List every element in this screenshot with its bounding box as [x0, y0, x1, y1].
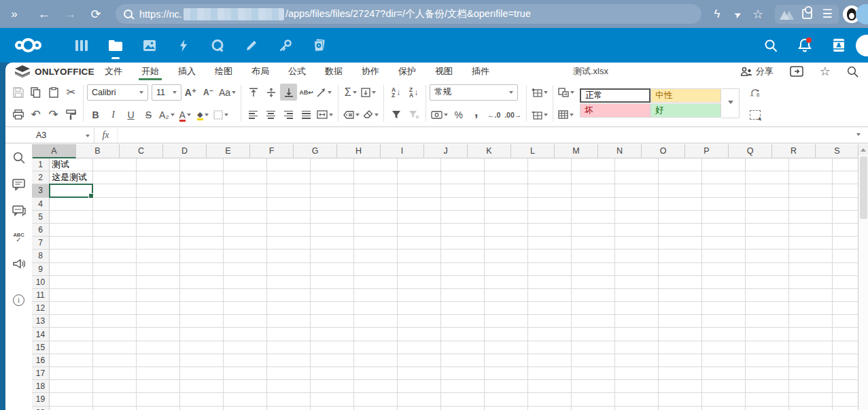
- format-painter-button[interactable]: [63, 106, 80, 123]
- cell-S19[interactable]: [833, 393, 858, 406]
- cell-C19[interactable]: [137, 393, 180, 406]
- forward-button[interactable]: →: [60, 5, 80, 24]
- cell-Q20[interactable]: [746, 407, 789, 410]
- cell-G11[interactable]: [311, 289, 354, 302]
- column-header-H[interactable]: H: [337, 144, 381, 158]
- cell-L7[interactable]: [528, 237, 572, 250]
- cell-P12[interactable]: [702, 302, 746, 315]
- cell-K8[interactable]: [485, 250, 528, 262]
- cell-D16[interactable]: [180, 354, 224, 367]
- tab-insert[interactable]: 插入: [169, 63, 205, 80]
- cell-D19[interactable]: [180, 393, 224, 406]
- cell-E12[interactable]: [224, 302, 267, 315]
- cell-I14[interactable]: [398, 328, 441, 341]
- cell-N14[interactable]: [615, 328, 659, 341]
- cell-O2[interactable]: [659, 171, 702, 184]
- cell-C16[interactable]: [137, 354, 180, 367]
- cell-M18[interactable]: [572, 380, 615, 393]
- cell-F12[interactable]: [267, 302, 311, 315]
- cell-E8[interactable]: [224, 250, 267, 262]
- cell-K19[interactable]: [485, 393, 528, 406]
- cell-D2[interactable]: [180, 171, 224, 184]
- cell-N1[interactable]: [615, 158, 659, 171]
- cell-E2[interactable]: [224, 171, 267, 184]
- wrap-text-button[interactable]: AB↩: [298, 84, 315, 101]
- conditional-formatting-button[interactable]: [557, 84, 576, 101]
- row-header-8[interactable]: 8: [32, 250, 50, 262]
- cell-E4[interactable]: [224, 198, 267, 211]
- cell-L9[interactable]: [528, 263, 572, 276]
- cell-F3[interactable]: [267, 184, 311, 197]
- cell-K1[interactable]: [485, 158, 528, 171]
- cell-I13[interactable]: [398, 315, 441, 328]
- save-button[interactable]: [10, 84, 27, 101]
- increase-decimal-button[interactable]: .00→: [503, 106, 523, 123]
- cell-K17[interactable]: [485, 367, 528, 380]
- cell-R14[interactable]: [789, 328, 833, 341]
- cell-O6[interactable]: [659, 224, 702, 237]
- cell-F13[interactable]: [267, 315, 311, 328]
- spellcheck-icon[interactable]: ABC✓: [12, 230, 26, 244]
- cell-D1[interactable]: [180, 158, 224, 171]
- cell-Q2[interactable]: [746, 171, 789, 184]
- cell-A9[interactable]: [50, 263, 93, 276]
- cell-A4[interactable]: [50, 198, 93, 211]
- autosum-button[interactable]: Σ: [342, 84, 359, 101]
- cell-B8[interactable]: [93, 250, 137, 262]
- cell-style-normal[interactable]: 正常: [580, 88, 650, 103]
- increase-font-button[interactable]: A⁺: [182, 84, 199, 101]
- cell-H14[interactable]: [354, 328, 398, 341]
- nc-user-avatar[interactable]: [856, 35, 868, 56]
- cell-A10[interactable]: [50, 276, 93, 289]
- cell-A20[interactable]: [50, 407, 93, 410]
- cell-D8[interactable]: [180, 250, 224, 262]
- cell-B19[interactable]: [93, 393, 137, 406]
- cell-C3[interactable]: [137, 184, 180, 197]
- cell-M11[interactable]: [572, 289, 615, 302]
- cell-N4[interactable]: [615, 198, 659, 211]
- row-header-13[interactable]: 13: [32, 315, 50, 328]
- cell-C4[interactable]: [137, 198, 180, 211]
- cell-D13[interactable]: [180, 315, 224, 328]
- cell-S2[interactable]: [833, 171, 858, 184]
- filter-button[interactable]: [387, 106, 404, 123]
- cell-O4[interactable]: [659, 198, 702, 211]
- cell-R16[interactable]: [789, 354, 833, 367]
- cell-B5[interactable]: [93, 211, 137, 224]
- cell-C9[interactable]: [137, 263, 180, 276]
- orientation-button[interactable]: [315, 84, 333, 101]
- cell-A14[interactable]: [50, 328, 93, 341]
- cell-F16[interactable]: [267, 354, 311, 367]
- cell-style-bad[interactable]: 坏: [580, 103, 650, 118]
- onlyoffice-logo[interactable]: ONLYOFFICE: [15, 65, 95, 78]
- spreadsheet-grid[interactable]: ABCDEFGHIJKLMNOPQRS 1测试2这是测试345678910111…: [32, 144, 858, 410]
- cell-G14[interactable]: [311, 328, 354, 341]
- tab-home[interactable]: 开始: [132, 63, 169, 80]
- cell-E13[interactable]: [224, 315, 267, 328]
- cell-C5[interactable]: [137, 211, 180, 224]
- cell-F11[interactable]: [267, 289, 311, 302]
- cell-E1[interactable]: [224, 158, 267, 171]
- app-icon-photos[interactable]: [133, 28, 167, 63]
- tab-draw[interactable]: 绘图: [205, 63, 242, 80]
- italic-button[interactable]: I: [105, 106, 122, 123]
- cell-F6[interactable]: [267, 224, 311, 237]
- cell-B10[interactable]: [93, 276, 137, 289]
- accounting-style-button[interactable]: [430, 106, 449, 123]
- cell-O16[interactable]: [659, 354, 702, 367]
- row-header-15[interactable]: 15: [32, 341, 50, 354]
- cell-J8[interactable]: [441, 250, 485, 262]
- cell-R19[interactable]: [789, 393, 833, 406]
- cell-B1[interactable]: [93, 158, 137, 171]
- tab-layout[interactable]: 布局: [242, 63, 279, 80]
- cell-J11[interactable]: [441, 289, 485, 302]
- cell-C11[interactable]: [137, 289, 180, 302]
- cell-Q11[interactable]: [746, 289, 789, 302]
- column-headers[interactable]: ABCDEFGHIJKLMNOPQRS: [32, 144, 858, 158]
- cell-N15[interactable]: [615, 341, 659, 354]
- cell-L19[interactable]: [528, 393, 572, 406]
- row-header-11[interactable]: 11: [32, 289, 50, 302]
- bookmark-star-icon[interactable]: ☆: [748, 5, 768, 24]
- cell-B3[interactable]: [93, 184, 137, 197]
- cell-H3[interactable]: [354, 184, 398, 197]
